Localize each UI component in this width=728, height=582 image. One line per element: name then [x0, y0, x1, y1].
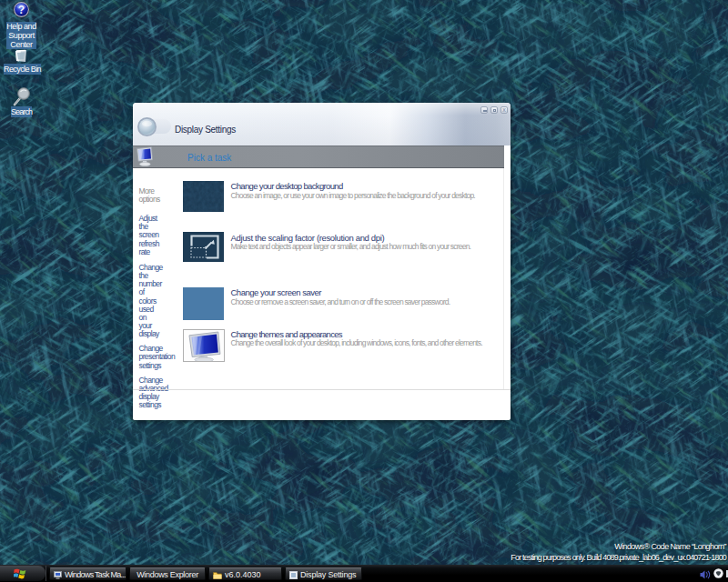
svg-text:?: ? — [18, 4, 25, 16]
